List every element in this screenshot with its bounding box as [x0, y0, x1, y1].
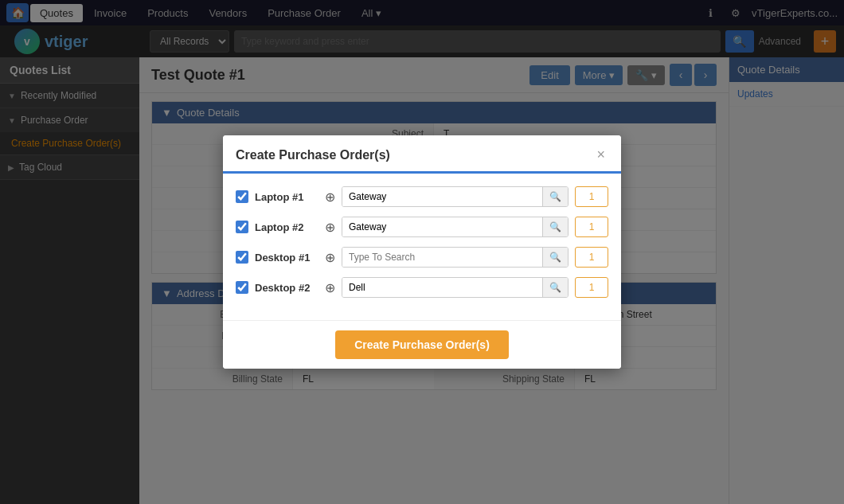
product-row-desktop1: Desktop #1 ⊕ 🔍 — [236, 247, 608, 268]
checkbox-desktop2[interactable] — [236, 281, 248, 294]
add-vendor-laptop2[interactable]: ⊕ — [325, 220, 335, 235]
vendor-input-desktop1[interactable] — [342, 248, 542, 267]
modal-footer: Create Purchase Order(s) — [223, 320, 621, 369]
modal-overlay: Create Purchase Order(s) × Laptop #1 ⊕ 🔍… — [0, 0, 844, 504]
create-po-button[interactable]: Create Purchase Order(s) — [335, 330, 509, 359]
product-row-laptop2: Laptop #2 ⊕ 🔍 — [236, 217, 608, 237]
add-vendor-desktop1[interactable]: ⊕ — [325, 250, 335, 265]
vendor-search-btn-desktop1[interactable]: 🔍 — [542, 248, 568, 267]
qty-desktop1[interactable] — [575, 247, 608, 268]
qty-laptop2[interactable] — [575, 217, 608, 237]
modal-body: Laptop #1 ⊕ 🔍 Laptop #2 ⊕ 🔍 — [223, 174, 621, 320]
vendor-input-desktop2[interactable] — [342, 278, 542, 297]
vendor-input-laptop1[interactable] — [342, 187, 542, 206]
modal-title: Create Purchase Order(s) — [236, 148, 390, 162]
qty-laptop1[interactable] — [575, 186, 608, 207]
checkbox-laptop1[interactable] — [236, 190, 248, 203]
modal-header: Create Purchase Order(s) × — [223, 135, 621, 174]
vendor-search-btn-laptop1[interactable]: 🔍 — [542, 187, 568, 206]
vendor-search-btn-laptop2[interactable]: 🔍 — [542, 217, 568, 236]
vendor-search-btn-desktop2[interactable]: 🔍 — [542, 278, 568, 297]
product-row-laptop1: Laptop #1 ⊕ 🔍 — [236, 186, 608, 207]
add-vendor-laptop1[interactable]: ⊕ — [325, 189, 335, 205]
qty-desktop2[interactable] — [575, 277, 608, 298]
product-name-laptop1: Laptop #1 — [255, 191, 318, 203]
add-vendor-desktop2[interactable]: ⊕ — [325, 280, 335, 295]
vendor-input-laptop2[interactable] — [342, 217, 542, 236]
vendor-search-desktop2: 🔍 — [342, 277, 569, 298]
create-po-modal: Create Purchase Order(s) × Laptop #1 ⊕ 🔍… — [223, 135, 621, 369]
product-name-laptop2: Laptop #2 — [255, 221, 318, 233]
product-name-desktop2: Desktop #2 — [255, 282, 318, 294]
modal-close-button[interactable]: × — [593, 147, 608, 163]
product-row-desktop2: Desktop #2 ⊕ 🔍 — [236, 277, 608, 298]
checkbox-laptop2[interactable] — [236, 221, 248, 233]
vendor-search-laptop1: 🔍 — [342, 186, 569, 207]
checkbox-desktop1[interactable] — [236, 251, 248, 264]
product-name-desktop1: Desktop #1 — [255, 252, 318, 264]
vendor-search-desktop1: 🔍 — [342, 247, 569, 268]
vendor-search-laptop2: 🔍 — [342, 217, 569, 237]
